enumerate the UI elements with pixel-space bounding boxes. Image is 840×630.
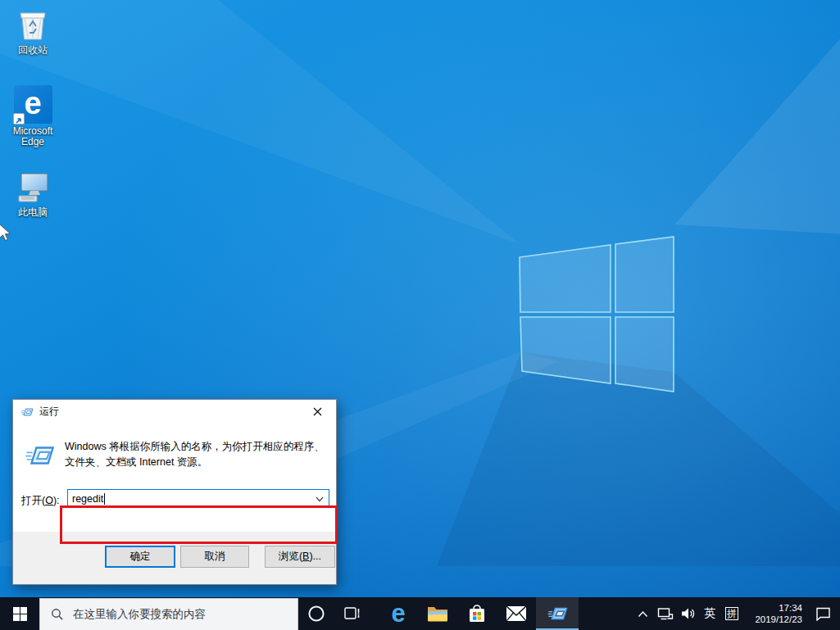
clock-time: 17:34 (779, 602, 802, 614)
run-dialog-footer: 确定 取消 浏览(B)... (13, 532, 336, 584)
this-pc-icon (14, 169, 52, 205)
cancel-button[interactable]: 取消 (180, 546, 249, 568)
run-icon-large (24, 440, 55, 471)
action-center-button[interactable] (806, 597, 840, 630)
recycle-bin-icon (15, 7, 51, 43)
action-center-icon (815, 607, 831, 621)
volume-icon (681, 607, 696, 620)
taskbar-mail-button[interactable] (497, 597, 536, 630)
dialog-title: 运行 (39, 405, 59, 419)
shortcut-arrow-icon (13, 113, 25, 125)
taskbar-run-app-button-active[interactable] (536, 597, 579, 630)
mouse-cursor (0, 223, 14, 242)
taskbar-file-explorer-button[interactable] (418, 597, 457, 630)
ime-mode-indicator[interactable]: 拼 (720, 597, 743, 630)
task-view-button[interactable] (334, 597, 370, 630)
taskbar-search-input[interactable]: 在这里输入你要搜索的内容 (39, 598, 298, 630)
edge-icon: e (391, 601, 405, 626)
chevron-up-icon (638, 610, 648, 618)
search-placeholder: 在这里输入你要搜索的内容 (73, 607, 206, 622)
run-command-input[interactable]: regedit (67, 489, 329, 508)
taskbar-edge-button[interactable]: e (379, 597, 418, 630)
windows-desktop: 回收站 e Microsoft Edge 此电脑 (0, 0, 840, 630)
run-dialog: 运行 Windows 将根据你所输入的名称，为你打开相应的程序、 文件夹、文档或… (12, 399, 337, 585)
ime-language-indicator[interactable]: 英 (699, 597, 720, 630)
cortana-icon (307, 605, 325, 623)
run-dialog-message: Windows 将根据你所输入的名称，为你打开相应的程序、 文件夹、文档或 In… (65, 439, 325, 470)
text-caret (104, 493, 105, 505)
desktop-icon-label: 回收站 (18, 45, 48, 56)
task-view-icon (344, 606, 361, 621)
taskbar-store-button[interactable] (457, 597, 497, 630)
chevron-down-icon[interactable] (314, 493, 325, 505)
search-icon (51, 608, 64, 621)
taskbar-clock[interactable]: 17:34 2019/12/23 (743, 597, 806, 630)
run-icon (20, 406, 34, 419)
volume-tray-button[interactable] (678, 597, 699, 630)
system-tray: 英 拼 17:34 2019/12/23 (632, 597, 840, 630)
run-dialog-titlebar[interactable]: 运行 (13, 400, 336, 424)
desktop-icon-label: Microsoft Edge (4, 126, 61, 147)
run-app-icon (547, 603, 568, 624)
run-command-value: regedit (72, 493, 103, 505)
ok-button[interactable]: 确定 (105, 546, 175, 568)
open-label: 打开(O): (21, 494, 60, 508)
desktop-icon-microsoft-edge[interactable]: e Microsoft Edge (2, 85, 64, 147)
run-dialog-body: Windows 将根据你所输入的名称，为你打开相应的程序、 文件夹、文档或 In… (13, 424, 336, 532)
microsoft-store-icon (467, 603, 487, 624)
close-button[interactable] (299, 400, 336, 424)
desktop-icon-recycle-bin[interactable]: 回收站 (2, 7, 64, 56)
mail-icon (506, 605, 527, 622)
taskbar: 在这里输入你要搜索的内容 e (0, 597, 840, 630)
start-button[interactable] (0, 597, 39, 630)
desktop-icon-this-pc[interactable]: 此电脑 (2, 169, 64, 218)
show-hidden-icons-button[interactable] (632, 597, 653, 630)
close-icon (313, 407, 322, 416)
windows-start-icon (13, 607, 27, 621)
windows-logo-wallpaper (508, 229, 680, 401)
desktop-icon-label: 此电脑 (18, 207, 48, 218)
browse-button[interactable]: 浏览(B)... (265, 546, 335, 568)
file-explorer-icon (427, 605, 448, 623)
network-tray-button[interactable] (653, 597, 678, 630)
cortana-button[interactable] (298, 597, 334, 630)
clock-date: 2019/12/23 (755, 614, 802, 625)
network-icon (657, 607, 674, 621)
